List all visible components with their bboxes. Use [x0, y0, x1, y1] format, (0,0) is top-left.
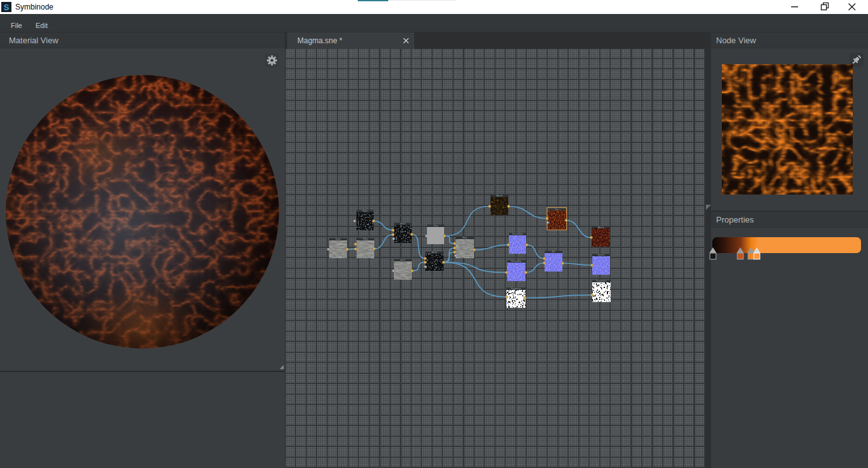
svg-text:Blend: Blend — [431, 251, 437, 254]
svg-text:S: S — [4, 3, 10, 12]
svg-text:Blend: Blend — [400, 223, 405, 225]
svg-text:Roughness: Roughness — [596, 280, 607, 282]
svg-text:NormalMap: NormalMap — [511, 260, 522, 263]
svg-text:Noise: Noise — [336, 238, 341, 240]
svg-text:Normal: Normal — [598, 254, 605, 256]
svg-text:Albedo: Albedo — [496, 195, 503, 197]
svg-text:Warp: Warp — [363, 238, 368, 240]
svg-text:Roughness: Roughness — [511, 287, 522, 290]
svg-text:Tile: Tile — [555, 209, 558, 211]
svg-text:Grey: Grey — [433, 224, 438, 227]
svg-text:Warp: Warp — [463, 237, 468, 239]
svg-text:Albedo: Albedo — [598, 226, 604, 229]
svg-text:Noise: Noise — [400, 259, 405, 261]
svg-text:NormalMap: NormalMap — [512, 233, 523, 235]
svg-text:Blur: Blur — [552, 251, 556, 253]
svg-text:Noise: Noise — [362, 210, 367, 212]
